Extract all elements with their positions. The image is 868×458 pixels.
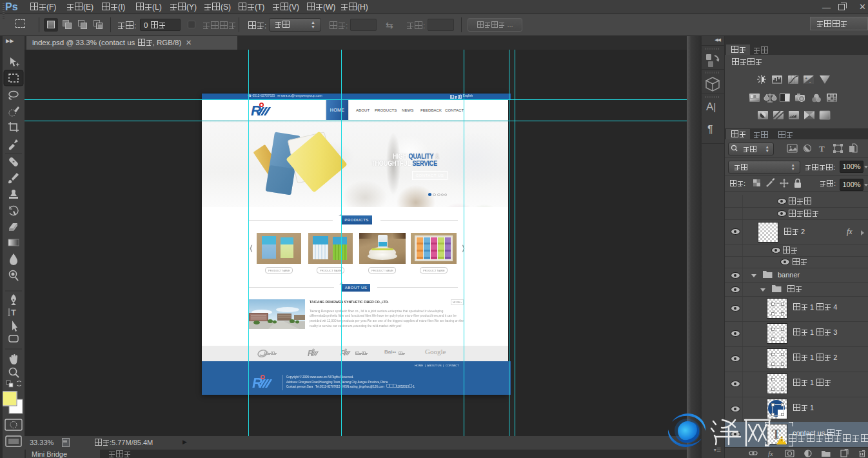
svg-text:T: T [11,308,16,317]
svg-text:+: + [805,76,807,81]
svg-text:T: T [819,144,825,154]
svg-text:fx: fx [768,450,773,457]
svg-text:▶▶: ▶▶ [6,38,14,44]
